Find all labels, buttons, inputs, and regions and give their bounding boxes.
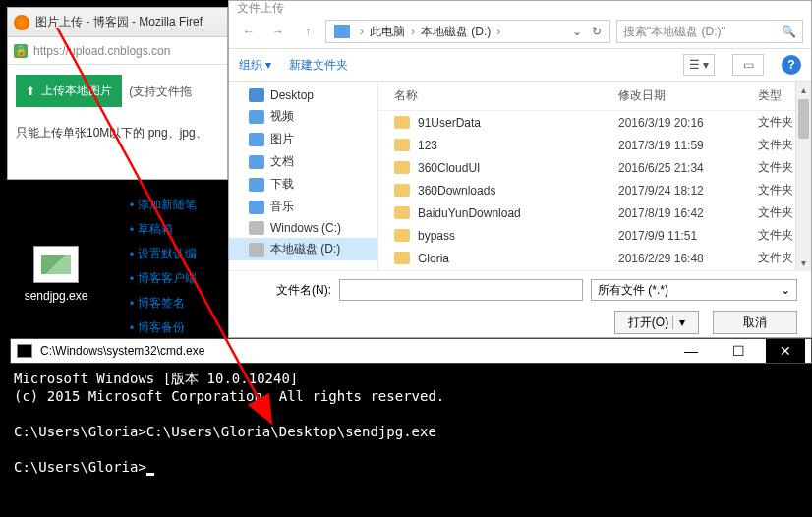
file-date: 2017/9/24 18:12 (618, 184, 758, 198)
quicklink-label: 草稿箱 (138, 221, 173, 238)
file-row[interactable]: 91UserData2016/3/19 20:16文件夹 (378, 111, 811, 134)
file-name: 123 (418, 139, 618, 152)
filename-label: 文件名(N): (243, 282, 331, 299)
upload-note: 只能上传单张10M以下的 png、jpg、 (16, 125, 219, 142)
quicklink-label: 博客备份 (138, 319, 185, 336)
breadcrumb-dropdown-icon[interactable]: ⌄ (568, 25, 586, 38)
cancel-button[interactable]: 取消 (713, 311, 797, 334)
folder-tree: Desktop视频图片文档下载音乐Windows (C:)本地磁盘 (D:) (229, 82, 378, 270)
col-name[interactable]: 名称 (394, 87, 618, 104)
bullet-icon: • (130, 297, 134, 311)
drive-icon (249, 243, 264, 257)
folder-icon (249, 178, 264, 192)
desktop-icon-label: sendjpg.exe (22, 289, 90, 303)
nav-up-icon[interactable]: ↑ (296, 20, 319, 43)
quicklink-label: 博客客户端 (138, 270, 197, 287)
quicklink-item[interactable]: •博客客户端 (130, 266, 223, 291)
file-row[interactable]: BaiduYunDownload2017/8/19 16:42文件夹 (378, 201, 811, 224)
tree-item-label: 本地磁盘 (D:) (270, 241, 340, 258)
folder-icon (394, 161, 410, 174)
filetype-filter[interactable]: 所有文件 (*.*) ⌄ (591, 279, 797, 301)
cursor (146, 473, 154, 476)
scroll-down-icon[interactable]: ▾ (796, 255, 811, 270)
breadcrumb-pc[interactable]: 此电脑 (370, 24, 405, 40)
refresh-icon[interactable]: ↻ (588, 25, 606, 38)
organize-menu[interactable]: 组织 ▾ (239, 57, 271, 74)
desktop-icon-sendjpg[interactable]: sendjpg.exe (22, 246, 90, 303)
cmd-window: C:\Windows\system32\cmd.exe — ☐ ✕ Micros… (10, 338, 812, 515)
filter-label: 所有文件 (*.*) (598, 282, 668, 299)
file-row[interactable]: 1232017/3/19 11:59文件夹 (378, 134, 811, 156)
file-date: 2017/9/9 11:51 (618, 229, 758, 243)
exe-icon (33, 246, 79, 283)
quicklink-label: 博客签名 (138, 295, 185, 312)
file-list: 名称 修改日期 类型 91UserData2016/3/19 20:16文件夹1… (378, 82, 811, 270)
tree-item-label: 文档 (270, 153, 294, 170)
new-folder-button[interactable]: 新建文件夹 (289, 57, 348, 74)
nav-back-icon[interactable]: ← (237, 20, 261, 43)
tree-item[interactable]: 图片 (229, 128, 377, 150)
firefox-titlebar[interactable]: 图片上传 - 博客园 - Mozilla Firef (8, 8, 227, 37)
folder-icon (249, 133, 264, 146)
cmd-icon (17, 344, 32, 358)
column-headers[interactable]: 名称 修改日期 类型 (378, 82, 811, 111)
tree-item[interactable]: 文档 (229, 150, 377, 173)
folder-icon (394, 116, 410, 129)
quicklink-item[interactable]: •博客备份 (130, 316, 223, 340)
dialog-titlebar[interactable]: 文件上传 (229, 1, 811, 15)
breadcrumb[interactable]: › 此电脑 › 本地磁盘 (D:) › ⌄ ↻ (325, 20, 610, 43)
tree-item[interactable]: 本地磁盘 (D:) (229, 238, 377, 260)
folder-icon (394, 139, 410, 151)
file-row[interactable]: 360CloudUI2016/6/25 21:34文件夹 (378, 156, 811, 179)
help-icon[interactable]: ? (782, 55, 801, 75)
cmd-titlebar[interactable]: C:\Windows\system32\cmd.exe — ☐ ✕ (10, 338, 812, 364)
quicklink-label: 设置默认编 (138, 246, 197, 262)
scroll-up-icon[interactable]: ▴ (796, 82, 811, 97)
upload-button[interactable]: ⬆ 上传本地图片 (16, 75, 122, 107)
file-date: 2016/2/29 16:48 (618, 252, 758, 265)
close-button[interactable]: ✕ (766, 339, 805, 363)
quicklink-item[interactable]: •添加新随笔 (130, 193, 223, 217)
folder-icon (394, 229, 410, 242)
nav-forward-icon[interactable]: → (266, 20, 290, 43)
tree-item[interactable]: Windows (C:) (229, 218, 377, 238)
folder-icon (394, 184, 410, 197)
file-name: Gloria (418, 252, 618, 265)
file-date: 2017/3/19 11:59 (618, 139, 758, 152)
minimize-button[interactable]: — (671, 339, 711, 363)
tree-item-label: 音乐 (270, 199, 294, 215)
quicklink-item[interactable]: •博客签名 (130, 291, 223, 316)
open-label: 打开(O) (628, 315, 668, 331)
file-name: 360CloudUI (418, 161, 618, 175)
file-row[interactable]: 360Downloads2017/9/24 18:12文件夹 (378, 179, 811, 201)
file-name: 91UserData (418, 116, 618, 130)
search-icon: 🔍 (782, 25, 796, 38)
address-bar[interactable]: 🔒 https://upload.cnblogs.con (8, 37, 227, 65)
scrollbar[interactable]: ▴ ▾ (795, 82, 811, 270)
tree-item-label: Desktop (270, 88, 314, 102)
file-date: 2016/3/19 20:16 (618, 116, 758, 130)
tree-item[interactable]: Desktop (229, 86, 377, 105)
scroll-thumb[interactable] (798, 99, 809, 139)
col-date[interactable]: 修改日期 (618, 87, 758, 104)
maximize-button[interactable]: ☐ (719, 339, 758, 363)
tree-item[interactable]: 音乐 (229, 196, 377, 218)
drive-icon (249, 221, 264, 235)
quicklink-item[interactable]: •设置默认编 (130, 242, 223, 266)
view-button[interactable]: ☰ ▾ (683, 54, 715, 76)
tree-item-label: 下载 (270, 176, 294, 193)
filename-input[interactable] (339, 279, 583, 301)
quicklink-item[interactable]: •草稿箱 (130, 217, 223, 242)
cmd-output[interactable]: Microsoft Windows [版本 10.0.10240] (c) 20… (10, 364, 812, 515)
file-row[interactable]: bypass2017/9/9 11:51文件夹 (378, 224, 811, 247)
bullet-icon: • (130, 272, 134, 286)
tree-item[interactable]: 视频 (229, 105, 377, 128)
split-dropdown-icon[interactable]: ▾ (672, 316, 685, 329)
file-row[interactable]: Gloria2016/2/29 16:48文件夹 (378, 247, 811, 269)
dialog-title: 文件上传 (237, 1, 284, 15)
breadcrumb-drive[interactable]: 本地磁盘 (D:) (421, 24, 491, 40)
search-input[interactable]: 搜索"本地磁盘 (D:)" 🔍 (616, 20, 803, 43)
tree-item[interactable]: 下载 (229, 173, 377, 196)
open-button[interactable]: 打开(O) ▾ (614, 311, 699, 334)
preview-button[interactable]: ▭ (732, 54, 764, 76)
